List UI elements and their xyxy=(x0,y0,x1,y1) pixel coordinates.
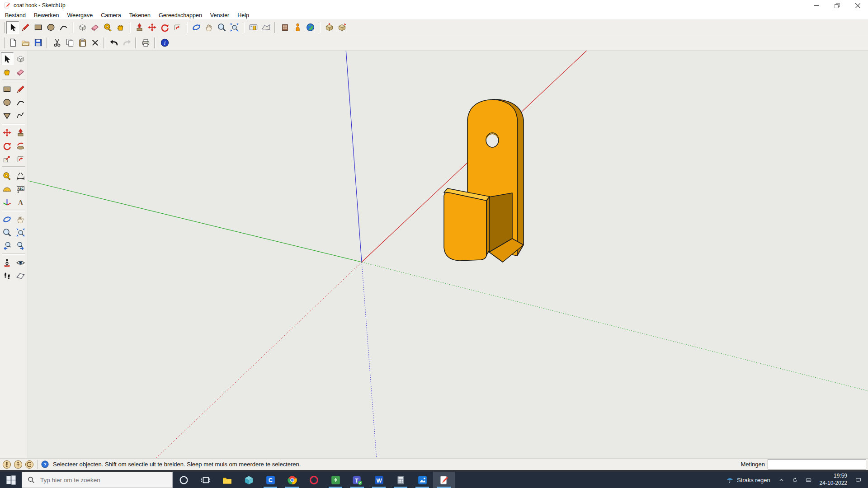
model-info-button[interactable] xyxy=(158,37,171,49)
copy-button[interactable] xyxy=(63,37,76,49)
menu-help[interactable]: Help xyxy=(233,12,253,19)
follow-me-tool[interactable] xyxy=(14,139,27,152)
line-tool-button[interactable] xyxy=(19,21,32,34)
sketchup-button[interactable] xyxy=(433,472,455,488)
paint-bucket-button[interactable] xyxy=(114,21,127,34)
scale-tool[interactable] xyxy=(1,152,14,165)
rectangle-tool-button[interactable] xyxy=(32,21,44,34)
open-button[interactable] xyxy=(19,37,32,49)
make-component-tool[interactable] xyxy=(14,52,27,65)
notification-center-icon[interactable] xyxy=(851,472,865,488)
3d-viewport[interactable] xyxy=(28,51,868,458)
search-input[interactable] xyxy=(39,476,150,484)
toolbar-grip[interactable] xyxy=(2,22,5,33)
paint-bucket-tool[interactable] xyxy=(1,66,14,78)
start-button[interactable] xyxy=(0,472,22,488)
eraser-tool[interactable] xyxy=(14,66,27,78)
zoom-extents-tool[interactable] xyxy=(14,226,27,239)
minimize-button[interactable] xyxy=(806,0,826,11)
text-tool[interactable] xyxy=(14,183,27,195)
attribution-icon[interactable] xyxy=(14,460,23,469)
move-tool-button[interactable] xyxy=(146,21,158,34)
tray-input-icon[interactable] xyxy=(802,472,816,488)
hidden-icons-chevron[interactable] xyxy=(775,472,788,488)
previous-view-tool[interactable] xyxy=(1,239,14,252)
offset-tool-button[interactable] xyxy=(171,21,184,34)
menu-gereedschappen[interactable]: Gereedschappen xyxy=(155,12,206,19)
3d-viewer-button[interactable] xyxy=(238,472,259,488)
zoom-extents-button[interactable] xyxy=(228,21,241,34)
signin-icon[interactable] xyxy=(25,460,34,469)
show-desktop-button[interactable] xyxy=(865,472,868,488)
photos-button[interactable] xyxy=(411,472,433,488)
menu-venster[interactable]: Venster xyxy=(206,12,233,19)
calculator-button[interactable] xyxy=(390,472,411,488)
sims4-button[interactable] xyxy=(325,472,346,488)
delete-button[interactable] xyxy=(89,37,101,49)
restore-button[interactable] xyxy=(826,0,847,11)
geolocation-icon[interactable] xyxy=(2,460,11,469)
arc-tool[interactable] xyxy=(14,96,27,108)
protractor-tool[interactable] xyxy=(1,183,14,195)
app-c-button[interactable] xyxy=(259,472,281,488)
3d-text-tool[interactable] xyxy=(14,196,27,208)
rotate-tool[interactable] xyxy=(1,139,14,152)
select-tool[interactable] xyxy=(1,52,14,65)
help-icon[interactable] xyxy=(41,460,49,469)
redo-button[interactable] xyxy=(120,37,133,49)
measurements-input[interactable] xyxy=(768,459,866,469)
warehouse-get-button[interactable] xyxy=(323,21,335,34)
menu-tekenen[interactable]: Tekenen xyxy=(125,12,155,19)
next-view-tool[interactable] xyxy=(14,239,27,252)
section-plane-tool[interactable] xyxy=(14,269,27,282)
tape-measure-tool[interactable] xyxy=(1,169,14,182)
tape-measure-button[interactable] xyxy=(101,21,114,34)
close-button[interactable] xyxy=(847,0,868,11)
pan-tool[interactable] xyxy=(14,213,27,225)
line-tool[interactable] xyxy=(14,83,27,95)
orbit-tool[interactable] xyxy=(1,213,14,225)
opera-gx-button[interactable] xyxy=(303,472,325,488)
tray-update-icon[interactable] xyxy=(788,472,802,488)
toggle-terrain-button[interactable] xyxy=(259,21,272,34)
cut-button[interactable] xyxy=(51,37,63,49)
new-button[interactable] xyxy=(6,37,19,49)
menu-bewerken[interactable]: Bewerken xyxy=(30,12,63,19)
weather-widget[interactable]: Straks regen xyxy=(722,476,775,484)
orbit-tool-button[interactable] xyxy=(190,21,203,34)
select-tool-button[interactable] xyxy=(6,21,19,34)
cortana-button[interactable] xyxy=(173,472,194,488)
eraser-tool-button[interactable] xyxy=(89,21,101,34)
offset-tool[interactable] xyxy=(14,152,27,165)
menu-bestand[interactable]: Bestand xyxy=(1,12,30,19)
pan-tool-button[interactable] xyxy=(203,21,215,34)
coat-hook-model[interactable] xyxy=(444,99,524,262)
rectangle-tool[interactable] xyxy=(1,83,14,95)
print-button[interactable] xyxy=(139,37,152,49)
warehouse-share-button[interactable] xyxy=(335,21,348,34)
google-earth-button[interactable] xyxy=(304,21,316,34)
position-camera-tool[interactable] xyxy=(1,256,14,269)
save-button[interactable] xyxy=(32,37,44,49)
menu-camera[interactable]: Camera xyxy=(97,12,125,19)
push-pull-tool[interactable] xyxy=(14,126,27,139)
word-button[interactable] xyxy=(368,472,390,488)
circle-tool[interactable] xyxy=(1,96,14,108)
chrome-button[interactable] xyxy=(281,472,303,488)
toolbar-grip[interactable] xyxy=(2,38,5,48)
undo-button[interactable] xyxy=(108,37,120,49)
polygon-tool[interactable] xyxy=(1,109,14,122)
taskbar-clock[interactable]: 19:59 24-10-2022 xyxy=(816,473,851,487)
rotate-tool-button[interactable] xyxy=(158,21,171,34)
teams-button[interactable] xyxy=(346,472,368,488)
photo-textures-button[interactable] xyxy=(278,21,291,34)
push-pull-button[interactable] xyxy=(133,21,146,34)
task-view-button[interactable] xyxy=(194,472,216,488)
get-models-button[interactable] xyxy=(291,21,304,34)
file-explorer-button[interactable] xyxy=(216,472,238,488)
dimension-tool[interactable] xyxy=(14,169,27,182)
zoom-tool-button[interactable] xyxy=(215,21,228,34)
zoom-tool[interactable] xyxy=(1,226,14,239)
add-location-button[interactable] xyxy=(247,21,259,34)
freehand-tool[interactable] xyxy=(14,109,27,122)
